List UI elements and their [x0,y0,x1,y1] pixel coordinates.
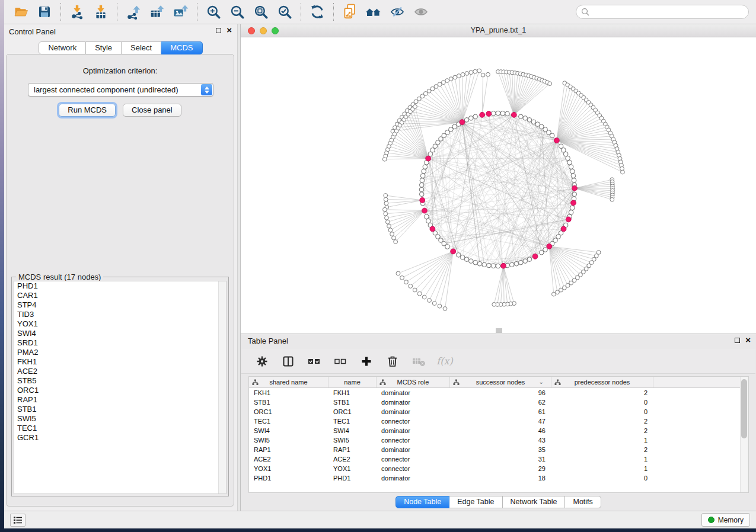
mcds-result-item[interactable]: STB5 [14,376,226,386]
save-session-icon[interactable] [33,2,56,22]
toolbar-separator [117,3,117,21]
minimize-window-icon[interactable] [260,27,267,34]
task-history-button[interactable] [10,514,25,527]
table-scrollbar[interactable] [740,377,748,492]
cell-predecessor-nodes: 2 [551,426,653,435]
table-row[interactable]: RAP1RAP1dominator352 [249,445,748,454]
tab-network-table[interactable]: Network Table [503,496,566,508]
mcds-result-item[interactable]: ACE2 [14,367,226,376]
table-row[interactable]: FKH1FKH1dominator962 [249,388,748,398]
hide-selected-icon[interactable] [385,2,409,22]
zoom-out-icon[interactable] [225,2,249,22]
cell-mcds-role: dominator [377,473,450,483]
zoom-selected-icon[interactable] [273,2,296,22]
maximize-window-icon[interactable] [272,27,279,34]
mcds-result-item[interactable]: ORC1 [14,386,226,395]
cell-mcds-role: dominator [377,398,450,407]
mcds-list-scrollbar[interactable] [218,281,226,493]
network-titlebar[interactable]: YPA_prune.txt_1 [241,24,756,37]
tab-style[interactable]: Style [86,41,122,55]
cell-predecessor-nodes: 2 [551,416,653,426]
column-header-shared-name[interactable]: shared name [249,377,328,387]
search-input[interactable] [576,5,749,19]
delete-table-icon[interactable] [410,352,428,370]
tab-mcds[interactable]: MCDS [161,41,202,55]
table-row[interactable]: YOX1YOX1connector291 [249,464,748,473]
mcds-result-item[interactable]: RAP1 [14,395,226,405]
criterion-select[interactable]: largest connected component (undirected) [28,83,213,97]
export-image-icon[interactable] [169,2,193,22]
mcds-result-item[interactable]: YOX1 [14,319,226,329]
table-row[interactable]: TEC1TEC1connector472 [249,416,748,426]
cell-predecessor-nodes: 1 [551,435,653,445]
import-network-icon[interactable] [65,2,89,22]
mcds-result-item[interactable]: SWI4 [14,329,226,338]
mcds-result-item[interactable]: SWI5 [14,414,226,424]
select-all-icon[interactable] [305,352,323,370]
zoom-in-icon[interactable] [202,2,225,22]
column-header-name[interactable]: name [328,377,377,387]
tab-edge-table[interactable]: Edge Table [449,496,502,508]
tab-select[interactable]: Select [122,41,161,55]
mcds-result-item[interactable]: GCR1 [14,433,226,443]
table-scrollbar-thumb[interactable] [741,379,747,438]
table-row[interactable]: SWI5SWI5connector431 [249,435,748,445]
network-graph[interactable] [241,37,756,332]
tab-node-table[interactable]: Node Table [395,496,449,508]
show-all-icon[interactable] [409,2,433,22]
mcds-result-item[interactable]: PHD1 [14,281,226,291]
table-row[interactable]: ORC1ORC1dominator610 [249,407,748,416]
memory-button[interactable]: Memory [701,513,750,527]
table-row[interactable]: STB1STB1dominator620 [249,398,748,407]
mcds-result-item[interactable]: PMA2 [14,348,226,357]
float-table-panel-icon[interactable] [735,338,740,343]
mcds-result-item[interactable]: FKH1 [14,357,226,367]
import-table-icon[interactable] [89,2,113,22]
add-column-icon[interactable] [358,352,375,370]
cell-shared-name: SWI5 [249,435,328,445]
open-session-icon[interactable] [9,2,33,22]
function-builder-icon[interactable]: f(x) [436,352,454,370]
close-table-panel-icon[interactable]: × [745,337,751,343]
column-view-icon[interactable] [279,352,297,370]
cell-predecessor-nodes: 2 [551,388,653,398]
table-row[interactable]: SWI4SWI4dominator462 [249,426,748,435]
mcds-result-item[interactable]: STB1 [14,405,226,414]
cell-name: PHD1 [328,473,377,483]
export-network-icon[interactable] [122,2,145,22]
settings-gear-icon[interactable] [253,352,271,370]
table-panel: Table Panel × f(x) s [241,334,756,511]
column-header-predecessor-nodes[interactable]: predecessor nodes [551,377,653,387]
clone-network-icon[interactable] [338,2,362,22]
deselect-all-icon[interactable] [331,352,349,370]
network-hscroll-thumb[interactable] [496,328,502,333]
table-row[interactable]: PHD1PHD1dominator180 [249,473,748,483]
mcds-result-list[interactable]: PHD1CAR1STP4TID3YOX1SWI4SRD1PMA2FKH1ACE2… [14,281,227,494]
mcds-result-item[interactable]: STP4 [14,300,226,310]
close-panel-icon[interactable]: × [227,27,232,33]
search-field[interactable] [576,5,749,19]
zoom-fit-icon[interactable] [249,2,273,22]
mcds-result-item[interactable]: CAR1 [14,291,226,300]
cell-shared-name: SWI4 [249,426,328,435]
select-stepper-icon [201,84,212,95]
close-window-icon[interactable] [248,27,255,34]
mcds-result-item[interactable]: TID3 [14,310,226,319]
network-canvas[interactable] [241,37,756,334]
mcds-result-item[interactable]: TEC1 [14,424,226,433]
tab-network[interactable]: Network [39,41,86,55]
node-table[interactable]: shared namenameMCDS rolesuccessor nodes⌄… [248,376,749,493]
table-row[interactable]: ACE2ACE2connector311 [249,454,748,464]
mcds-result-item[interactable]: SRD1 [14,338,226,348]
export-table-icon[interactable] [145,2,169,22]
tab-motifs[interactable]: Motifs [565,496,601,508]
float-panel-icon[interactable] [216,28,221,33]
run-mcds-button[interactable]: Run MCDS [59,104,116,117]
column-header-mcds-role[interactable]: MCDS role [377,377,450,387]
close-panel-button[interactable]: Close panel [123,104,181,117]
column-header-successor-nodes[interactable]: successor nodes⌄ [450,377,551,387]
first-neighbors-icon[interactable] [362,2,385,22]
cell-mcds-role: connector [377,416,450,426]
refresh-icon[interactable] [305,2,329,22]
delete-column-icon[interactable] [384,352,401,370]
